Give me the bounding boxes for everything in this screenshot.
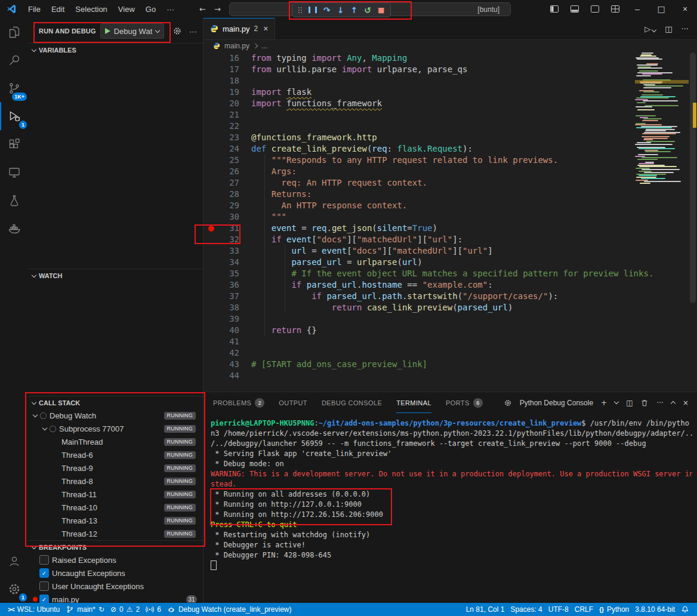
start-debug-icon[interactable]	[105, 28, 110, 34]
code-text[interactable]: @functions_framework.http	[251, 132, 377, 143]
activity-settings[interactable]: 1	[0, 575, 29, 603]
close-window-icon[interactable]: ×	[673, 0, 697, 18]
code-text[interactable]: # If the event object URL matches a spec…	[251, 268, 653, 279]
menu-file[interactable]: File	[23, 5, 46, 14]
panel-tab-ports[interactable]: PORTS6	[446, 392, 483, 413]
editor-more-icon[interactable]: ···	[681, 24, 689, 33]
menu-selection[interactable]: Selection	[70, 5, 112, 14]
code-text[interactable]: Args:	[251, 166, 297, 177]
terminal-output[interactable]: pierrick@LAPTOP-HKU5PNNG:~/git/add-ons-s…	[211, 418, 692, 603]
restart-icon[interactable]: ↺	[364, 5, 371, 15]
code-text[interactable]: req: An HTTP request context.	[251, 177, 427, 189]
call-stack-item[interactable]: Subprocess 77007RUNNING	[29, 422, 203, 435]
line-number[interactable]: 19	[203, 87, 251, 98]
line-number[interactable]: 37	[203, 291, 251, 302]
breadcrumb-symbol[interactable]: ...	[261, 42, 267, 50]
line-number[interactable]: 44	[203, 370, 251, 381]
section-variables[interactable]: VARIABLES	[29, 43, 203, 57]
step-into-icon[interactable]: ↓	[337, 5, 344, 15]
status-branch[interactable]: main* ↻	[63, 603, 107, 616]
code-text[interactable]: if parsed_url.path.startswith("/support/…	[251, 291, 558, 302]
code-text[interactable]: event = req.get_json(silent=True)	[251, 223, 437, 234]
menu-view[interactable]: View	[113, 5, 140, 14]
tab-main-py[interactable]: main.py 2 ×	[203, 18, 275, 39]
line-number[interactable]: 38	[203, 302, 251, 313]
breakpoint-checkbox[interactable]	[39, 581, 49, 591]
section-call-stack[interactable]: CALL STACK	[29, 396, 203, 409]
activity-source-control[interactable]: 1K+	[0, 74, 29, 102]
kill-terminal-icon[interactable]	[640, 399, 649, 407]
run-python-icon[interactable]: ▷	[644, 24, 656, 33]
line-number[interactable]: 34	[203, 257, 251, 268]
scrollbar-thumb[interactable]	[690, 53, 696, 303]
line-number[interactable]: 43	[203, 359, 251, 370]
toggle-secondary-sidebar-icon[interactable]	[590, 4, 600, 14]
code-text[interactable]: # [START add_ons_case_preview_link]	[251, 359, 427, 370]
split-editor-icon[interactable]: ◫	[665, 24, 672, 33]
status-remote[interactable]: >< WSL: Ubuntu	[5, 603, 63, 616]
breakpoint-checkbox[interactable]: ✓	[39, 595, 49, 603]
section-watch[interactable]: WATCH	[29, 269, 203, 282]
status-problems[interactable]: ⊘ 0 ⚠ 2	[107, 603, 143, 616]
line-number[interactable]: 16	[203, 53, 251, 64]
call-stack-item[interactable]: Thread-11RUNNING	[29, 488, 203, 501]
line-number[interactable]: 35	[203, 268, 251, 279]
activity-remote-explorer[interactable]	[0, 158, 29, 186]
menu-go[interactable]: Go	[140, 5, 161, 14]
code-text[interactable]: return case_link_preview(parsed_url)	[251, 302, 513, 313]
breakpoint-item[interactable]: Raised Exceptions	[29, 553, 203, 566]
code-text[interactable]: if event["docs"]["matchedUrl"]["url"]:	[251, 234, 462, 245]
panel-tab-problems[interactable]: PROBLEMS2	[213, 392, 264, 413]
split-terminal-icon[interactable]: ◫	[626, 399, 633, 407]
line-number[interactable]: 17	[203, 64, 251, 75]
status-cursor-position[interactable]: Ln 81, Col 1	[463, 603, 508, 616]
menu-edit[interactable]: Edit	[46, 5, 70, 14]
line-number[interactable]: 21	[203, 109, 251, 121]
minimize-icon[interactable]: –	[625, 0, 649, 18]
panel-tab-terminal[interactable]: TERMINAL	[396, 392, 431, 413]
call-stack-item[interactable]: Thread-13RUNNING	[29, 514, 203, 527]
line-number[interactable]: 18	[203, 75, 251, 87]
step-out-icon[interactable]: ↑	[350, 5, 357, 15]
activity-explorer[interactable]	[0, 18, 29, 46]
line-number[interactable]: 41	[203, 336, 251, 347]
call-stack-item[interactable]: Thread-9RUNNING	[29, 461, 203, 475]
status-ports[interactable]: 6	[143, 603, 164, 616]
breakpoint-item[interactable]: User Uncaught Exceptions	[29, 580, 203, 593]
breakpoint-dot[interactable]	[208, 226, 214, 232]
line-number[interactable]: 20	[203, 98, 251, 109]
code-text[interactable]: if parsed_url.hostname == "example.com":	[251, 279, 493, 291]
code-text[interactable]: def create_link_preview(req: flask.Reque…	[251, 143, 473, 155]
step-over-icon[interactable]: ↷	[323, 5, 331, 15]
maximize-panel-icon[interactable]	[671, 401, 676, 406]
pause-icon[interactable]	[309, 7, 317, 13]
code-text[interactable]: url = event["docs"]["matchedUrl"]["url"]	[251, 245, 493, 257]
line-number[interactable]: 24	[203, 143, 251, 155]
line-number[interactable]: 33	[203, 245, 251, 257]
line-number[interactable]: 40	[203, 325, 251, 336]
code-text[interactable]: import functions_framework	[251, 98, 382, 109]
terminal-name[interactable]: Python Debug Console	[520, 399, 593, 407]
code-text[interactable]: """	[251, 211, 286, 223]
line-number[interactable]: 39	[203, 313, 251, 325]
drag-handle-icon[interactable]	[298, 7, 300, 8]
line-number[interactable]: 30	[203, 211, 251, 223]
section-breakpoints[interactable]: BREAKPOINTS	[29, 540, 203, 554]
activity-docker[interactable]	[0, 214, 29, 242]
breakpoint-checkbox[interactable]	[39, 555, 49, 565]
more-actions-icon[interactable]: ···	[189, 27, 197, 36]
status-interpreter[interactable]: 3.8.10 64-bit	[632, 603, 678, 616]
call-stack-item[interactable]: Debug WatchRUNNING	[29, 409, 203, 422]
line-number[interactable]: 26	[203, 166, 251, 177]
code-text[interactable]: parsed_url = urlparse(url)	[251, 257, 422, 268]
activity-accounts[interactable]	[0, 547, 29, 575]
code-text[interactable]: import flask	[251, 87, 312, 98]
activity-testing[interactable]	[0, 186, 29, 214]
debug-config-dropdown[interactable]: Debug Wat	[100, 23, 165, 39]
breakpoint-checkbox[interactable]: ✓	[39, 568, 49, 578]
code-text[interactable]: from urllib.parse import urlparse, parse…	[251, 64, 467, 75]
line-number[interactable]: 32	[203, 234, 251, 245]
activity-search[interactable]	[0, 46, 29, 74]
line-number[interactable]: 36	[203, 279, 251, 291]
activity-extensions[interactable]	[0, 130, 29, 158]
